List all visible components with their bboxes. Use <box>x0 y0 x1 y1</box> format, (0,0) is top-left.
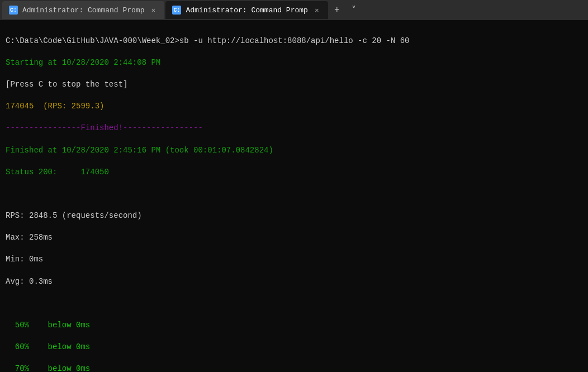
tab1-icon: C: <box>9 6 18 15</box>
terminal-line-13 <box>6 298 582 309</box>
terminal-line-10: Max: 258ms <box>6 232 582 244</box>
terminal-line-15: 60% below 0ms <box>6 342 582 353</box>
terminal-line-8 <box>6 189 582 200</box>
terminal-line-6: Finished at 10/28/2020 2:45:16 PM (took … <box>6 145 582 156</box>
terminal-line-11: Min: 0ms <box>6 254 582 265</box>
tab2-close-button[interactable]: ✕ <box>312 6 321 15</box>
terminal-line-4: 174045 (RPS: 2599.3) <box>6 101 582 112</box>
terminal-line-16: 70% below 0ms <box>6 364 582 372</box>
tab1-label: Administrator: Command Promp <box>22 6 144 15</box>
tab2-icon: C: <box>172 6 181 15</box>
terminal: C:\Data\Code\GitHub\JAVA-000\Week_02>sb … <box>0 20 588 372</box>
tab1-close-button[interactable]: ✕ <box>149 6 158 15</box>
add-tab-button[interactable]: + <box>329 2 345 18</box>
titlebar: C: Administrator: Command Promp ✕ C: Adm… <box>0 0 588 20</box>
terminal-line-12: Avg: 0.3ms <box>6 276 582 288</box>
terminal-line-9: RPS: 2848.5 (requests/second) <box>6 211 582 222</box>
terminal-line-2: Starting at 10/28/2020 2:44:08 PM <box>6 58 582 69</box>
tab-2[interactable]: C: Administrator: Command Promp ✕ <box>165 1 328 19</box>
terminal-line-7: Status 200: 174050 <box>6 167 582 178</box>
tab-1[interactable]: C: Administrator: Command Promp ✕ <box>2 1 164 19</box>
terminal-line-3: [Press C to stop the test] <box>6 79 582 90</box>
terminal-line-14: 50% below 0ms <box>6 320 582 331</box>
terminal-line-1: C:\Data\Code\GitHub\JAVA-000\Week_02>sb … <box>6 36 582 47</box>
tab-dropdown-button[interactable]: ˅ <box>346 2 362 18</box>
terminal-line-5: ----------------Finished!---------------… <box>6 123 582 134</box>
tab2-label: Administrator: Command Promp <box>186 6 307 15</box>
